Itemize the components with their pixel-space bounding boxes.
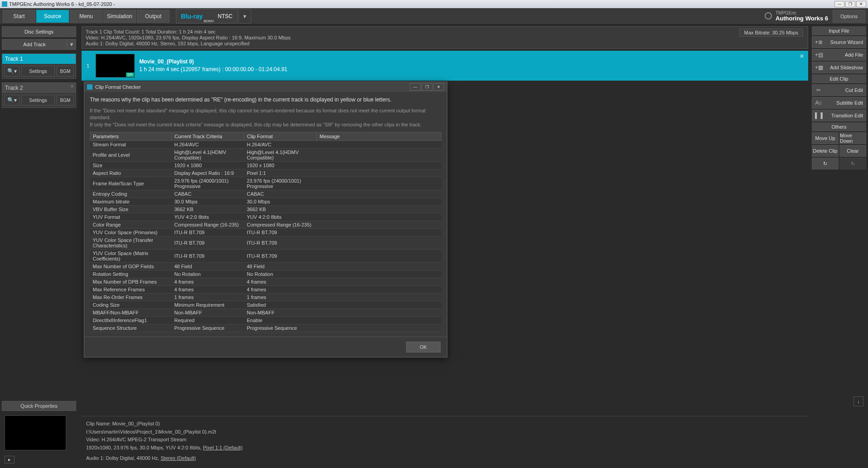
minimize-button[interactable]: —	[834, 1, 844, 7]
format-region: NTSC	[218, 13, 233, 19]
maximize-button[interactable]: ❐	[845, 1, 855, 7]
titlebar: TMPGEnc Authoring Works 6 - kd_05-07-202…	[0, 0, 868, 8]
disc-settings-button[interactable]: Disc Settings	[2, 26, 76, 37]
dialog-note: If the "Does not meet the standard" mess…	[90, 107, 441, 128]
track-settings-button[interactable]: Settings	[21, 66, 55, 77]
dialog-message: The reasons why the clip has been determ…	[90, 96, 441, 103]
track-bgm-button[interactable]: BGM	[57, 95, 74, 106]
close-button[interactable]: ✕	[856, 1, 866, 7]
clip-close-icon[interactable]: ✕	[800, 53, 804, 59]
nav-menu[interactable]: Menu	[70, 10, 102, 23]
quick-properties-body: ▸	[2, 413, 76, 466]
format-sub: BDMV	[204, 19, 214, 23]
add-file-button[interactable]: +▤Add File	[812, 49, 866, 61]
move-up-button[interactable]: Move Up	[812, 132, 839, 144]
table-row: VBV Buffer Size3662 KB3662 KB	[90, 206, 441, 213]
audio-channel-link[interactable]: Stereo (Default)	[160, 455, 196, 461]
col-parameters: Parameters	[90, 132, 172, 141]
track-settings-button[interactable]: Settings	[21, 95, 55, 106]
track-summary: Track 1 Clip Total Count: 1 Total Durati…	[82, 26, 808, 49]
add-track-button[interactable]: Add Track	[2, 39, 67, 50]
nav-start[interactable]: Start	[3, 10, 35, 23]
move-down-button[interactable]: Move Down	[839, 132, 866, 144]
table-row: Maximum bitrate30.0 Mbps30.0 Mbps	[90, 198, 441, 206]
play-button[interactable]: ▸	[5, 456, 15, 463]
dialog-minimize-button[interactable]: —	[410, 83, 421, 91]
options-button[interactable]: Options	[833, 10, 865, 23]
table-row: YUV FormatYUV 4:2:0 8bitsYUV 4:2:0 8bits	[90, 213, 441, 221]
smart-render-badge: SR	[126, 72, 135, 77]
clip-subtitle: 1 h 24 min 4 sec (120957 frames) : 00:00…	[139, 66, 287, 73]
transition-edit-button[interactable]: ▌▐Transition Edit	[812, 110, 866, 121]
table-row: Profile and LevelHigh@Level 4.1(HDMV Com…	[90, 149, 441, 162]
subtitle-icon: A⎀	[815, 100, 822, 106]
refresh-button[interactable]: ↻	[812, 158, 839, 169]
table-row: Max Number of DPB Frames4 frames4 frames	[90, 278, 441, 286]
subtitle-edit-button[interactable]: A⎀Subtitle Edit	[812, 97, 866, 109]
dialog-title: Clip Format Checker	[95, 84, 141, 90]
track-card-1[interactable]: Track 1 ✕ 🔍▾ Settings BGM	[2, 53, 76, 79]
table-row: Frame Rate/Scan Type23.976 fps (24000/10…	[90, 177, 441, 190]
qi-clipname: Clip Name: Movie_00_(Playlist 0)	[86, 420, 804, 428]
table-row: Direct8x8InferenceFlag1RequiredEnable	[90, 317, 441, 324]
clip-title: Movie_00_(Playlist 0)	[139, 58, 287, 66]
quick-properties-header[interactable]: Quick Properties	[2, 401, 76, 411]
clear-button[interactable]: Clear	[839, 145, 866, 157]
format-dropdown[interactable]: ▼	[238, 9, 251, 24]
nav-simulation[interactable]: Simulation	[103, 10, 136, 23]
table-row: Rotation SettingNo RotationNo Rotation	[90, 270, 441, 278]
source-wizard-button[interactable]: +≣Source Wizard	[812, 36, 866, 48]
file-icon: +▤	[815, 52, 822, 58]
dialog-footer: OK	[84, 337, 447, 357]
dialog-maximize-button[interactable]: ❐	[422, 83, 432, 91]
delete-clip-button[interactable]: Delete Clip	[812, 145, 839, 157]
dialog-titlebar[interactable]: Clip Format Checker — ❐ ✕	[84, 82, 447, 92]
format-table: Parameters Current Track Criteria Clip F…	[90, 132, 441, 332]
transition-icon: ▌▐	[815, 112, 822, 119]
track-bgm-button[interactable]: BGM	[57, 66, 74, 77]
summary-line-1: Track 1 Clip Total Count: 1 Total Durati…	[86, 29, 804, 34]
preview-thumbnail	[5, 415, 66, 450]
window-title: TMPGEnc Authoring Works 6 - kd_05-07-202…	[9, 1, 115, 7]
ok-button[interactable]: OK	[406, 342, 441, 352]
track-zoom-button[interactable]: 🔍▾	[4, 95, 19, 106]
slideshow-icon: +▦	[815, 64, 822, 71]
scissors-icon: ✂	[815, 87, 822, 93]
col-clip-format: Clip Format	[244, 132, 317, 141]
qi-video-detail: 1920x1080, 23.976 fps, 30.0 Mbps, YUV 4:…	[86, 444, 804, 452]
left-panel: Disc Settings Add Track ▼ Track 1 ✕ 🔍▾ S…	[0, 24, 78, 468]
track-head: Track 1 ✕	[2, 54, 76, 64]
table-row: YUV Color Space (Transfer Characteristic…	[90, 236, 441, 250]
add-slideshow-button[interactable]: +▦Add Slideshow	[812, 62, 866, 73]
qi-audio: Audio 1: Dolby Digital, 48000 Hz, Stereo…	[86, 454, 804, 463]
track-zoom-button[interactable]: 🔍▾	[4, 66, 19, 77]
track-body: 🔍▾ Settings BGM	[2, 64, 76, 78]
nav-source[interactable]: Source	[36, 10, 69, 23]
format-indicator[interactable]: Blu-ray BDMV NTSC	[176, 9, 238, 24]
pixel-aspect-link[interactable]: Pixel 1:1 (Default)	[203, 445, 242, 450]
table-row: Entropy CodingCABACCABAC	[90, 190, 441, 198]
nav-output[interactable]: Output	[137, 10, 170, 23]
add-track-wrap: Add Track ▼	[2, 39, 76, 50]
format-brand: Blu-ray	[181, 13, 203, 19]
section-edit-clip: Edit Clip	[812, 74, 866, 83]
clip-row[interactable]: 1 SR Movie_00_(Playlist 0) 1 h 24 min 4 …	[82, 51, 808, 81]
qi-video: Video: H.264/AVC MPEG-2 Transport Stream	[86, 436, 804, 444]
qi-path: I:\Users\martin\Videos\Project_1\Movie_0…	[86, 428, 804, 436]
track-close-icon[interactable]: ✕	[70, 55, 74, 60]
table-row: Color RangeCompressed Range (16-235)Comp…	[90, 221, 441, 229]
track-close-icon[interactable]: ✕	[70, 84, 74, 89]
scroll-down-button[interactable]: ↓	[853, 396, 863, 406]
table-row: YUV Color Space (Primaries)ITU-R BT.709I…	[90, 229, 441, 236]
dialog-window-controls: — ❐ ✕	[410, 83, 444, 91]
refresh-button-2[interactable]: ↻	[839, 158, 866, 169]
clip-format-checker-dialog: Clip Format Checker — ❐ ✕ The reasons wh…	[84, 82, 447, 357]
section-input-file: Input File	[812, 26, 866, 35]
track-body: 🔍▾ Settings BGM	[2, 93, 76, 107]
dialog-close-button[interactable]: ✕	[433, 83, 444, 91]
cut-edit-button[interactable]: ✂Cut Edit	[812, 84, 866, 96]
top-toolbar: Start Source Menu Simulation Output Blu-…	[0, 8, 868, 24]
table-row: MBAFF/Non-MBAFFNon-MBAFFNon-MBAFF	[90, 309, 441, 317]
track-card-2[interactable]: Track 2 ✕ 🔍▾ Settings BGM	[2, 82, 76, 108]
add-track-dropdown[interactable]: ▼	[67, 39, 76, 50]
